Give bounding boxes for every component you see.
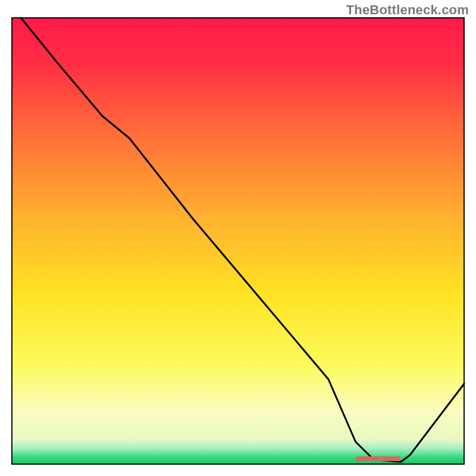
plot-background bbox=[12, 18, 464, 464]
flat-segment-marker bbox=[356, 456, 401, 461]
bottleneck-chart bbox=[0, 0, 476, 476]
chart-stage: TheBottleneck.com bbox=[0, 0, 476, 476]
